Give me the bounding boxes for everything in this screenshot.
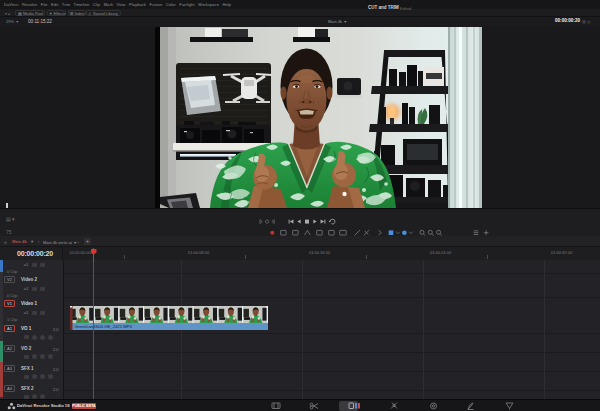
svg-text:GreenLandS04-GE_2421.MP4: GreenLandS04-GE_2421.MP4 xyxy=(75,324,133,329)
